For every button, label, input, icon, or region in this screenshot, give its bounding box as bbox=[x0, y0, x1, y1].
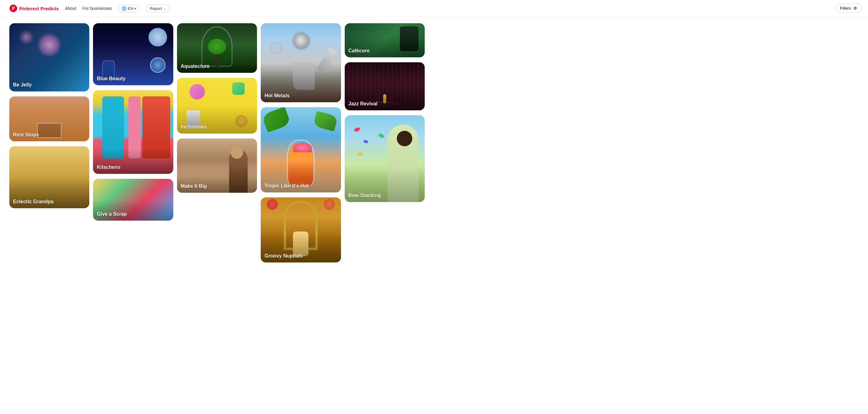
pinterest-logo-icon: P bbox=[9, 4, 18, 12]
card-label-eclectic-grandpa: Eclectic Grandpa bbox=[13, 199, 54, 204]
card-label-inchstones: Inchstones bbox=[181, 124, 207, 130]
card-label-aquatecture: Aquatecture bbox=[181, 64, 210, 69]
card-blue-beauty[interactable]: Blue Beauty bbox=[93, 23, 173, 85]
nav-logo[interactable]: P Pinterest Predicts bbox=[9, 4, 59, 12]
card-kitschens[interactable]: Kitschens bbox=[93, 90, 173, 174]
report-button[interactable]: Report ↓ bbox=[146, 5, 169, 12]
card-label-tropic-like-its-hot: Tropic Like It's Hot bbox=[265, 183, 309, 189]
for-businesses-link[interactable]: For businesses bbox=[83, 6, 112, 11]
card-cafecore[interactable]: Cafécore bbox=[345, 23, 425, 57]
report-label: Report bbox=[150, 6, 162, 11]
card-jazz-revival[interactable]: Jazz Revival bbox=[345, 62, 425, 110]
globe-icon: 🌐 bbox=[122, 6, 126, 11]
card-aquatecture[interactable]: Aquatecture bbox=[177, 23, 257, 73]
card-label-be-jelly: Be Jelly bbox=[13, 82, 32, 88]
svg-text:P: P bbox=[12, 6, 15, 11]
card-label-rest-stops: Rest Stops bbox=[13, 132, 39, 137]
navbar: P Pinterest Predicts About For businesse… bbox=[0, 0, 434, 17]
card-label-bow-stacking: Bow Stacking bbox=[348, 193, 381, 198]
card-groovy-nuptials[interactable]: Groovy Nuptials bbox=[261, 197, 341, 262]
card-tropic-like-its-hot[interactable]: Tropic Like It's Hot bbox=[261, 107, 341, 192]
language-label: EN bbox=[128, 6, 133, 11]
card-inchstones[interactable]: Inchstones bbox=[177, 78, 257, 133]
download-icon: ↓ bbox=[163, 6, 165, 11]
card-make-it-big[interactable]: Make It Big bbox=[177, 138, 257, 193]
chevron-down-icon: ▾ bbox=[134, 7, 136, 10]
card-label-cafecore: Cafécore bbox=[348, 48, 370, 54]
card-label-make-it-big: Make It Big bbox=[181, 184, 207, 189]
card-label-groovy-nuptials: Groovy Nuptials bbox=[265, 253, 303, 259]
card-label-hot-metals: Hot Metals bbox=[265, 93, 289, 99]
card-hot-metals[interactable]: Hot Metals bbox=[261, 23, 341, 102]
card-label-jazz-revival: Jazz Revival bbox=[348, 101, 378, 106]
card-label-blue-beauty: Blue Beauty bbox=[97, 76, 125, 82]
about-link[interactable]: About bbox=[65, 6, 76, 11]
card-eclectic-grandpa[interactable]: Eclectic Grandpa bbox=[9, 146, 89, 208]
card-rest-stops[interactable]: Rest Stops bbox=[9, 96, 89, 141]
card-label-kitschens: Kitschens bbox=[97, 164, 120, 170]
cards-grid: Be Jelly Rest Stops Eclectic Grandpa Blu… bbox=[0, 17, 434, 274]
card-be-jelly[interactable]: Be Jelly bbox=[9, 23, 89, 91]
card-bow-stacking[interactable]: Bow Stacking bbox=[345, 115, 425, 202]
card-give-a-scrap[interactable]: Give a Scrap bbox=[93, 179, 173, 221]
language-selector[interactable]: 🌐 EN ▾ bbox=[118, 5, 140, 12]
logo-text: Pinterest Predicts bbox=[19, 6, 59, 11]
card-label-give-a-scrap: Give a Scrap bbox=[97, 211, 127, 217]
